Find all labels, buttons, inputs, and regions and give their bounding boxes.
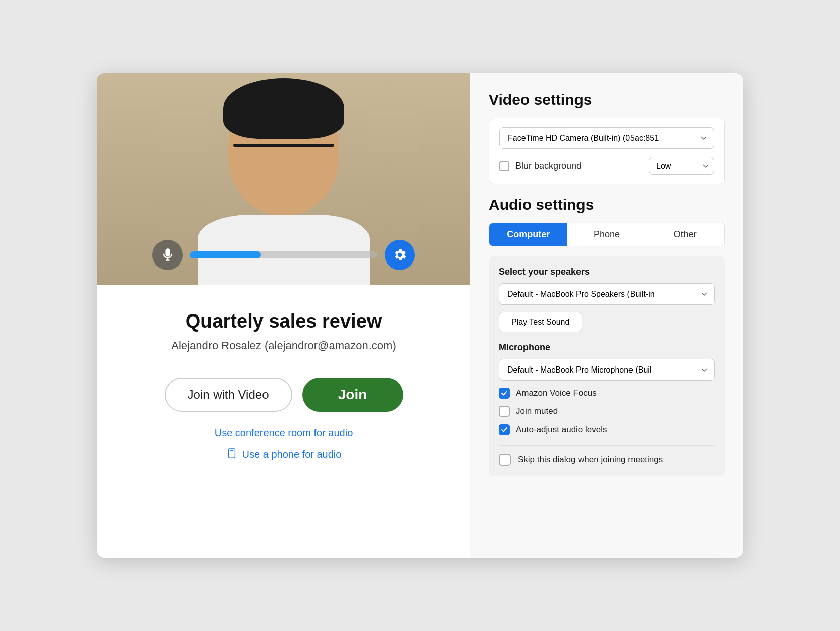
tab-computer[interactable]: Computer [489, 223, 567, 246]
checkmark-icon [501, 390, 508, 397]
mic-button[interactable] [152, 240, 183, 270]
join-muted-label: Join muted [516, 406, 558, 416]
auto-adjust-row: Auto-adjust audio levels [499, 424, 715, 435]
voice-focus-checkbox[interactable] [499, 388, 510, 399]
video-preview [97, 73, 470, 285]
phone-audio-label: Use a phone for audio [242, 449, 342, 460]
audio-tabs: Computer Phone Other [489, 223, 725, 246]
speakers-select[interactable]: Default - MacBook Pro Speakers (Built-in [499, 283, 715, 305]
blur-background-checkbox[interactable] [499, 161, 509, 171]
audio-settings-title: Audio settings [489, 196, 725, 214]
mic-level-fill [190, 251, 261, 258]
glasses [233, 144, 334, 147]
meeting-title: Quartely sales review [127, 310, 440, 332]
tab-other[interactable]: Other [646, 223, 724, 246]
mic-bar-overlay [152, 240, 415, 270]
join-with-video-button[interactable]: Join with Video [165, 378, 292, 412]
skip-dialog-row: Skip this dialog when joining meetings [499, 445, 715, 466]
right-panel: Video settings FaceTime HD Camera (Built… [470, 73, 743, 558]
join-muted-checkbox[interactable] [499, 406, 510, 417]
voice-focus-label: Amazon Voice Focus [516, 388, 597, 398]
join-muted-row: Join muted [499, 406, 715, 417]
blur-row: Blur background Low Medium High [499, 157, 714, 175]
camera-select[interactable]: FaceTime HD Camera (Built-in) (05ac:851 [499, 127, 714, 149]
skip-dialog-label: Skip this dialog when joining meetings [518, 455, 663, 465]
speakers-label: Select your speakers [499, 267, 715, 277]
checkmark-icon-2 [501, 426, 508, 433]
settings-gear-button[interactable] [385, 240, 415, 270]
microphone-select[interactable]: Default - MacBook Pro Microphone (Buil [499, 359, 715, 381]
microphone-label: Microphone [499, 342, 715, 353]
left-panel: Quartely sales review Alejandro Rosalez … [97, 73, 470, 558]
join-buttons: Join with Video Join [127, 378, 440, 412]
video-settings-card: FaceTime HD Camera (Built-in) (05ac:851 … [489, 118, 725, 184]
voice-focus-row: Amazon Voice Focus [499, 388, 715, 399]
meeting-settings-modal: Quartely sales review Alejandro Rosalez … [97, 73, 743, 558]
hair [223, 78, 344, 139]
phone-audio-link[interactable]: Use a phone for audio [127, 448, 440, 461]
test-sound-button[interactable]: Play Test Sound [499, 312, 582, 332]
blur-background-label: Blur background [515, 161, 643, 171]
mic-icon [161, 248, 175, 262]
gear-icon [392, 247, 407, 262]
skip-dialog-checkbox[interactable] [499, 454, 511, 466]
conference-room-link[interactable]: Use conference room for audio [127, 427, 440, 439]
svg-rect-0 [228, 449, 235, 458]
phone-icon [226, 448, 237, 461]
mic-level-bar [190, 251, 378, 258]
video-settings-title: Video settings [489, 91, 725, 109]
meeting-info: Quartely sales review Alejandro Rosalez … [97, 285, 470, 461]
blur-level-select[interactable]: Low Medium High [649, 157, 714, 175]
tab-phone[interactable]: Phone [567, 223, 646, 246]
audio-settings-body: Select your speakers Default - MacBook P… [489, 256, 725, 476]
auto-adjust-label: Auto-adjust audio levels [516, 425, 607, 435]
meeting-user: Alejandro Rosalez (alejandror@amazon.com… [127, 339, 440, 352]
auto-adjust-checkbox[interactable] [499, 424, 510, 435]
join-button[interactable]: Join [302, 378, 403, 412]
